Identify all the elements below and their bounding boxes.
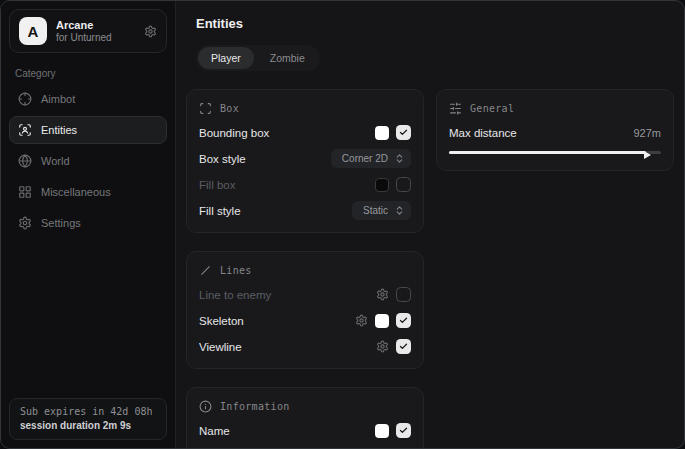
information-card: Information Name Distance [186,387,424,449]
sidebar-nav: Aimbot Entities World Miscellaneous [1,85,175,237]
right-column: General Max distance 927m [436,89,674,171]
dropdown-value: Static [363,205,388,216]
bounding-box-checkbox[interactable] [396,125,411,140]
setting-row-skeleton: Skeleton [199,312,411,329]
sidebar-item-settings[interactable]: Settings [9,209,167,237]
sidebar-item-label: Miscellaneous [41,186,111,198]
setting-row-box-style: Box style Corner 2D [199,150,411,167]
diagonal-line-icon [199,264,212,277]
chevrons-up-down-icon [394,153,405,164]
chevrons-up-down-icon [394,205,405,216]
sidebar-item-aimbot[interactable]: Aimbot [9,85,167,113]
card-header: Lines [199,264,411,277]
category-label: Category [15,68,175,79]
general-card: General Max distance 927m [436,89,674,171]
fill-box-checkbox[interactable] [396,177,411,192]
color-swatch[interactable] [375,178,389,192]
slider-fill [449,151,646,154]
name-checkbox[interactable] [396,423,411,438]
fill-style-dropdown[interactable]: Static [352,201,411,220]
app-logo: A [19,17,47,45]
setting-row-name: Name [199,422,411,439]
row-label: Max distance [449,127,517,139]
gear-icon [18,216,32,230]
sidebar-item-world[interactable]: World [9,147,167,175]
check-icon [399,426,408,435]
scan-brackets-icon [199,102,212,115]
crosshair-icon [18,92,32,106]
sidebar-item-entities[interactable]: Entities [9,116,167,144]
subscription-info: Sub expires in 42d 08h session duration … [9,398,167,440]
brand-card[interactable]: A Arcane for Unturned [9,9,167,53]
card-header: Box [199,102,411,115]
setting-row-fill-style: Fill style Static [199,202,411,219]
sidebar-item-label: Settings [41,217,81,229]
row-label: Bounding box [199,127,269,139]
box-style-dropdown[interactable]: Corner 2D [331,149,411,168]
info-icon [199,400,212,413]
grid-icon [18,185,32,199]
setting-row-line-to-enemy: Line to enemy [199,286,411,303]
row-label: Line to enemy [199,289,271,301]
app-title: Arcane [56,19,112,32]
sidebar-item-miscellaneous[interactable]: Miscellaneous [9,178,167,206]
row-label: Box style [199,153,246,165]
main-content: Entities Player Zombie Box Bounding box [176,1,685,448]
color-swatch[interactable] [375,126,389,140]
color-swatch[interactable] [375,424,389,438]
row-label: Viewline [199,341,242,353]
session-duration-text: session duration 2m 9s [20,419,156,432]
tab-zombie[interactable]: Zombie [257,47,318,69]
sliders-icon [449,102,462,115]
setting-row-bounding-box: Bounding box [199,124,411,141]
settings-columns: Box Bounding box Box style [186,89,674,449]
sidebar-item-label: Aimbot [41,93,75,105]
skeleton-checkbox[interactable] [396,313,411,328]
row-label: Skeleton [199,315,244,327]
viewline-checkbox[interactable] [396,339,411,354]
box-card: Box Bounding box Box style [186,89,424,233]
gear-icon[interactable] [355,314,368,327]
card-header: General [449,102,661,115]
color-swatch[interactable] [375,314,389,328]
row-label: Fill box [199,179,235,191]
dropdown-value: Corner 2D [342,153,388,164]
person-scan-icon [18,123,32,137]
row-label: Fill style [199,205,241,217]
line-to-enemy-checkbox[interactable] [396,287,411,302]
card-title: General [470,103,514,114]
max-distance-slider[interactable] [449,148,661,157]
tab-player[interactable]: Player [198,47,254,69]
check-icon [399,316,408,325]
globe-icon [18,154,32,168]
check-icon [399,128,408,137]
setting-row-fill-box: Fill box [199,176,411,193]
left-column: Box Bounding box Box style [186,89,424,449]
setting-row-viewline: Viewline [199,338,411,355]
tab-bar: Player Zombie [196,45,320,71]
card-header: Information [199,400,411,413]
app-subtitle: for Unturned [56,32,112,44]
card-title: Lines [220,265,252,276]
page-title: Entities [196,16,674,31]
app-window: A Arcane for Unturned Category Aimbot [0,0,685,449]
gear-icon[interactable] [144,25,157,38]
setting-row-max-distance: Max distance 927m [449,124,661,141]
sidebar-item-label: World [41,155,70,167]
gear-icon[interactable] [376,288,389,301]
row-label: Name [199,425,230,437]
sub-expiry-text: Sub expires in 42d 08h [20,405,156,419]
card-title: Box [220,103,239,114]
lines-card: Lines Line to enemy Skeleton [186,251,424,369]
sidebar-item-label: Entities [41,124,77,136]
slider-thumb[interactable] [644,151,651,159]
max-distance-value: 927m [633,127,661,139]
card-title: Information [220,401,290,412]
sidebar: A Arcane for Unturned Category Aimbot [1,1,176,448]
gear-icon[interactable] [376,340,389,353]
check-icon [399,342,408,351]
